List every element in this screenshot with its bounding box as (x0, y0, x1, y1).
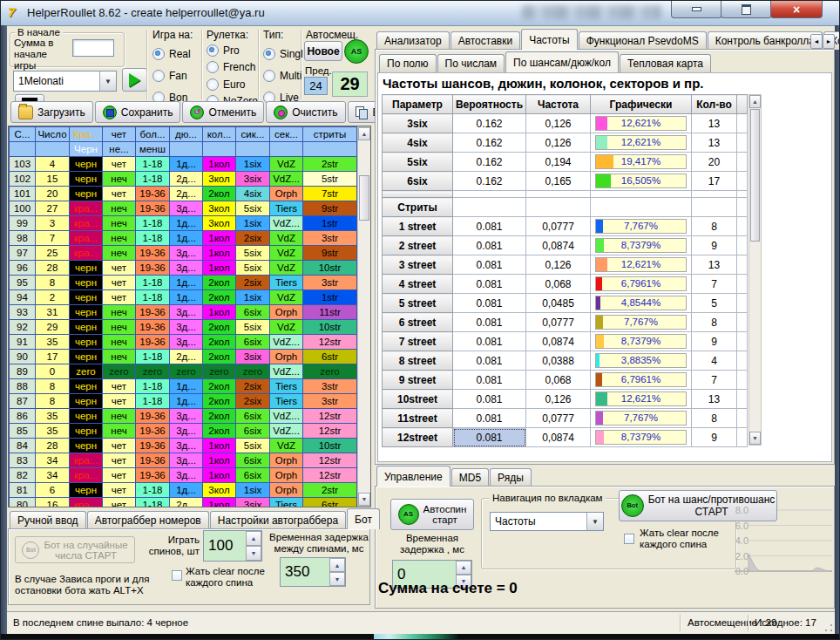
freq-param-cell[interactable]: 11street (383, 409, 453, 428)
freq-param-cell[interactable]: 7 street (383, 332, 453, 351)
freq-header-cell[interactable]: Вероятность (453, 95, 526, 114)
freq-graph-cell[interactable]: 8,7379% (591, 236, 692, 255)
spins-header-cell[interactable]: дю... (170, 127, 203, 142)
freq-prob-cell[interactable]: 0.081 (453, 428, 526, 447)
freq-param-cell[interactable]: 4 street (383, 275, 453, 294)
freq-count-cell[interactable]: 13 (692, 133, 737, 153)
freq-freq-cell[interactable]: 0,0777 (526, 409, 591, 428)
freq-param-cell[interactable] (383, 191, 453, 198)
spins-header-cell[interactable]: С... (10, 127, 36, 142)
freq-count-cell[interactable]: 7 (692, 275, 737, 294)
freq-prob-cell[interactable]: 0.162 (453, 153, 526, 172)
freq-freq-cell[interactable]: 0,126 (526, 133, 591, 153)
freq-freq-cell[interactable]: 0,126 (526, 114, 591, 133)
freq-graph-cell[interactable]: 7,767% (591, 313, 692, 332)
freq-param-cell[interactable]: 2 street (383, 236, 453, 255)
clear-after-spin-checkbox-2[interactable] (624, 534, 634, 544)
freq-graph-cell[interactable]: 12,621% (591, 114, 692, 133)
start-sum-input[interactable] (72, 39, 114, 57)
freq-count-cell[interactable]: 4 (692, 351, 737, 371)
freq-count-cell[interactable]: 9 (692, 332, 737, 351)
close-button[interactable]: × (770, 1, 823, 18)
tab-scroll-left-button[interactable]: ◄ (810, 34, 823, 49)
chance-bot-start-button[interactable]: Bot Бот на шанс/противошансСТАРТ (619, 490, 777, 521)
freq-graph-cell[interactable]: 12,621% (591, 255, 692, 275)
freq-header-cell[interactable]: Параметр (383, 95, 453, 114)
freq-param-cell[interactable]: 6six (383, 172, 453, 191)
toolbar-button-1[interactable]: Сохранить (95, 101, 181, 123)
freq-prob-cell[interactable]: 0.081 (453, 409, 526, 428)
spins-header-cell[interactable]: кол... (203, 127, 236, 142)
tab-2[interactable]: Частоты (521, 29, 578, 50)
freq-prob-cell[interactable]: 0.081 (453, 351, 526, 371)
freq-count-cell[interactable]: 17 (692, 172, 737, 191)
step-up-icon[interactable]: ▲ (329, 558, 345, 572)
spins-header-cell[interactable] (170, 142, 203, 157)
step-down-icon[interactable]: ▼ (329, 572, 345, 586)
freq-prob-cell[interactable]: 0.081 (453, 390, 526, 409)
resize-grip[interactable] (824, 623, 833, 632)
freq-count-cell[interactable]: 13 (692, 390, 737, 409)
freq-freq-cell[interactable]: 0,0874 (526, 332, 591, 351)
freq-count-cell[interactable]: 9 (692, 428, 737, 447)
control-tab-1[interactable]: MD5 (451, 468, 489, 487)
maximize-button[interactable] (721, 1, 772, 18)
freq-param-cell[interactable]: 3six (383, 114, 453, 133)
spins-header-cell[interactable]: Черн (70, 142, 103, 157)
spins-header-cell[interactable]: не... (103, 142, 136, 157)
spin-delay-stepper[interactable]: 350 ▲▼ (280, 557, 346, 587)
freq-prob-cell[interactable]: 0.081 (453, 371, 526, 390)
spins-header-cell[interactable]: бол... (136, 127, 170, 142)
spins-header-cell[interactable]: стриты (303, 127, 357, 142)
freq-param-cell[interactable]: 9 street (383, 371, 453, 390)
freq-prob-cell[interactable]: 0.081 (453, 236, 526, 255)
freq-freq-cell[interactable]: 0,0777 (526, 313, 591, 332)
toolbar-button-3[interactable]: Очистить (266, 101, 345, 123)
freq-count-cell[interactable]: 20 (692, 153, 737, 172)
freq-freq-cell[interactable]: 0,126 (526, 255, 591, 275)
new-button[interactable]: Новое (304, 41, 342, 61)
bottom-left-tab-0[interactable]: Ручной ввод (10, 511, 86, 529)
tab-scroll-right-button[interactable]: ► (823, 34, 835, 49)
freq-prob-cell[interactable]: 0.081 (453, 313, 526, 332)
radio-roulette-pro[interactable]: Pro (207, 44, 257, 57)
step-down-icon[interactable]: ▼ (246, 546, 261, 561)
spins-header-cell[interactable]: чет (103, 127, 136, 142)
freq-param-cell[interactable]: 12street (383, 428, 453, 447)
freq-prob-cell[interactable]: 0.162 (453, 172, 526, 191)
freq-graph-cell[interactable]: 8,7379% (591, 332, 692, 351)
freq-header-cell[interactable]: Графически (591, 95, 692, 114)
freq-scrollbar[interactable]: ▲ ▼ (749, 94, 762, 446)
freq-prob-cell[interactable]: 0.081 (453, 332, 526, 351)
spins-header-cell[interactable] (36, 142, 70, 157)
spins-header-cell[interactable] (270, 142, 303, 157)
tab-4[interactable]: Контроль банкролла (708, 31, 823, 50)
freq-graph-cell[interactable]: 7,767% (591, 217, 692, 236)
freq-freq-cell[interactable]: 0,165 (526, 172, 591, 191)
scroll-down-icon[interactable]: ▼ (749, 432, 761, 445)
freq-graph-cell[interactable]: 7,767% (591, 409, 692, 428)
scroll-down-icon[interactable]: ▼ (358, 493, 370, 506)
freq-freq-cell[interactable]: 0,0485 (526, 294, 591, 313)
spins-header-cell[interactable]: сик... (236, 127, 270, 142)
freq-graph-cell[interactable]: 3,8835% (591, 351, 692, 371)
freq-graph-cell[interactable]: 6,7961% (591, 371, 692, 390)
spins-header-cell[interactable] (236, 142, 270, 157)
freq-param-cell[interactable]: 10street (383, 390, 453, 409)
chevron-down-icon[interactable]: ▼ (586, 513, 603, 530)
freq-count-cell[interactable]: 8 (692, 409, 737, 428)
freq-count-cell[interactable]: 8 (692, 217, 737, 236)
freq-param-cell[interactable]: 1 street (383, 217, 453, 236)
sub-tab-2[interactable]: По шансам/дюж/кол (505, 51, 619, 72)
scroll-up-icon[interactable]: ▲ (358, 127, 370, 140)
radio-game-on-fan[interactable]: Fan (152, 70, 200, 82)
step-up-icon[interactable]: ▲ (456, 561, 471, 575)
freq-param-cell[interactable]: 6 street (383, 313, 453, 332)
freq-param-cell[interactable]: 3 street (383, 255, 453, 275)
freq-count-cell[interactable]: 13 (692, 114, 737, 133)
toolbar-button-0[interactable]: Загрузить (10, 101, 93, 123)
autospin-start-button[interactable]: AS Автоспинстарт (390, 499, 474, 530)
spins-header-cell[interactable]: Кра... (70, 127, 103, 142)
clear-after-spin-checkbox[interactable] (172, 570, 182, 581)
freq-freq-cell[interactable]: 0,194 (526, 153, 591, 172)
